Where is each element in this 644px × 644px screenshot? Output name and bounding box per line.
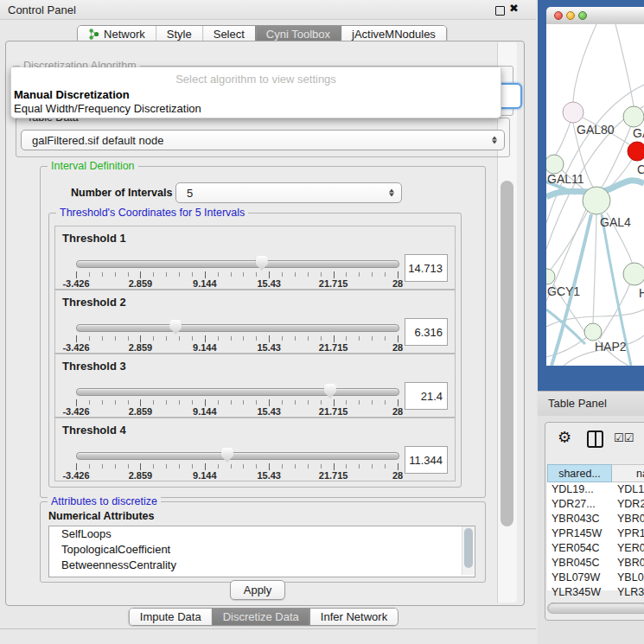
slider-tick — [308, 336, 309, 341]
table-horizontal-scrollbar[interactable] — [547, 603, 644, 614]
threshold-value-input[interactable]: 6.316 — [405, 318, 448, 346]
threshold-slider-handle[interactable] — [221, 448, 233, 462]
gear-icon[interactable]: ⚙ — [558, 430, 571, 445]
table-cell-name: YDR2 — [617, 498, 644, 510]
zoom-traffic-light-icon[interactable] — [578, 11, 587, 20]
slider-tick — [102, 400, 103, 405]
popup-item-manual-discretization[interactable]: Manual Discretization — [14, 88, 130, 101]
table-row[interactable]: YBL079WYBL0 — [547, 571, 644, 585]
numerical-attributes-list[interactable]: SelfLoopsTopologicalCoefficientBetweenne… — [48, 526, 475, 577]
slider-scale-label: 2.859 — [129, 278, 153, 289]
network-node[interactable] — [623, 106, 644, 127]
slider-tick — [269, 335, 270, 342]
tab-impute-data[interactable]: Impute Data — [130, 609, 212, 625]
apply-button[interactable]: Apply — [230, 580, 285, 600]
slider-tick — [334, 399, 335, 406]
table-data-combo[interactable]: galFiltered.sif default node — [21, 130, 505, 150]
slider-tick — [115, 464, 116, 469]
network-node-label: GCY1 — [547, 284, 580, 298]
network-canvas[interactable]: GAL80GACGAL11GAL4GCY1HHAP2 — [546, 24, 644, 366]
list-scrollbar-thumb[interactable] — [464, 528, 473, 568]
slider-tick — [205, 335, 206, 342]
slider-tick — [346, 336, 347, 341]
slider-tick — [205, 399, 206, 406]
network-node-selected[interactable] — [628, 142, 644, 161]
node-table: shared... na YDL19...YDL1YDR27...YDR2YBR… — [547, 464, 644, 590]
slider-tick — [76, 335, 77, 342]
slider-tick — [140, 335, 141, 342]
slider-tick — [128, 272, 129, 277]
column-header-name[interactable]: na — [612, 464, 644, 482]
slider-scale-label: 21.715 — [319, 342, 348, 353]
slider-scale-label: 15.43 — [257, 278, 281, 289]
list-item[interactable]: SelfLoops — [49, 526, 475, 542]
network-node[interactable] — [546, 269, 555, 284]
vertical-scrollbar-thumb[interactable] — [501, 181, 513, 526]
network-window-titlebar[interactable] — [546, 7, 644, 25]
table-row[interactable]: YER054CYER0 — [547, 541, 644, 556]
threshold-value-input[interactable]: 21.4 — [405, 382, 448, 410]
table-row[interactable]: YLR345WYLR3 — [547, 585, 644, 600]
threshold-label: Threshold 2 — [62, 296, 126, 309]
slider-tick — [372, 464, 373, 469]
minimize-traffic-light-icon[interactable] — [566, 11, 575, 20]
threshold-slider-handle[interactable] — [169, 320, 182, 335]
table-row[interactable]: YBR043CYBR0 — [547, 512, 644, 526]
tab-infer-network[interactable]: Infer Network — [309, 609, 398, 625]
column-header-shared-name[interactable]: shared... — [547, 464, 612, 482]
slider-tick — [218, 464, 219, 469]
network-node-label: GAL4 — [600, 215, 631, 229]
network-node[interactable] — [584, 323, 602, 341]
slider-tick — [308, 400, 309, 405]
threshold-slider-handle[interactable] — [324, 384, 336, 399]
slider-scale-label: 9.144 — [193, 278, 217, 289]
number-of-intervals-combo[interactable]: 5 — [175, 182, 402, 203]
slider-tick — [321, 464, 322, 469]
network-node-label: GAL80 — [577, 123, 615, 137]
slider-tick — [140, 271, 141, 278]
table-row[interactable]: YDR27...YDR2 — [547, 497, 644, 512]
table-row[interactable]: YPR145WYPR1 — [547, 526, 644, 541]
slider-tick — [166, 464, 167, 469]
list-item[interactable]: BetweennessCentrality — [49, 558, 475, 573]
close-icon[interactable]: ✖ — [509, 2, 519, 15]
threshold-slider-track[interactable] — [76, 452, 399, 460]
slider-tick — [256, 336, 257, 341]
slider-tick — [192, 464, 193, 469]
table-row[interactable]: YBR045CYBR0 — [547, 556, 644, 571]
threshold-slider-track[interactable] — [76, 324, 399, 332]
network-node[interactable] — [623, 263, 644, 285]
table-cell-name: YBR0 — [617, 513, 644, 525]
table-row[interactable]: YDL19...YDL1 — [547, 482, 644, 497]
slider-tick — [128, 336, 129, 341]
threshold-value-input[interactable]: 11.344 — [405, 446, 448, 474]
slider-tick — [321, 400, 322, 405]
threshold-slider-track[interactable] — [76, 260, 399, 268]
threshold-slider-track[interactable] — [76, 388, 399, 396]
slider-tick — [218, 272, 219, 277]
number-of-intervals-value: 5 — [176, 187, 193, 200]
list-item[interactable]: TopologicalCoefficient — [49, 542, 475, 558]
slider-tick — [166, 400, 167, 405]
network-node[interactable] — [563, 102, 583, 123]
list-scrollbar[interactable] — [462, 526, 474, 575]
table-cell-shared-name: YDL19... — [552, 483, 594, 495]
network-node[interactable] — [546, 155, 564, 174]
popup-item-equal-width-frequency[interactable]: Equal Width/Frequency Discretization — [14, 102, 201, 115]
slider-scale-label: -3.426 — [62, 470, 89, 481]
threshold-value-input[interactable]: 14.713 — [405, 254, 448, 282]
checkbox-filter-icons[interactable]: ☑☑ — [614, 431, 634, 444]
float-window-icon[interactable] — [495, 6, 505, 16]
slider-tick — [128, 400, 129, 405]
network-node[interactable] — [583, 187, 610, 214]
close-traffic-light-icon[interactable] — [554, 11, 563, 20]
network-node-label: H — [639, 286, 644, 300]
slider-tick — [153, 272, 154, 277]
tab-discretize-data[interactable]: Discretize Data — [212, 609, 309, 625]
threshold-slider-handle[interactable] — [256, 256, 268, 271]
table-horizontal-scrollbar-thumb[interactable] — [549, 604, 644, 612]
slider-scale-label: 28 — [392, 406, 403, 417]
columns-icon[interactable] — [587, 430, 603, 448]
slider-tick — [295, 464, 296, 469]
slider-tick — [385, 336, 386, 341]
